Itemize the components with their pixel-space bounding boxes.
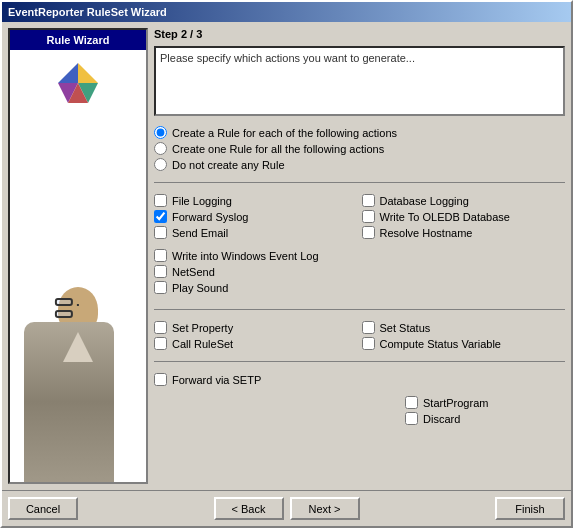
step-label: Step 2 / 3 [154,28,565,40]
cb-play-sound[interactable]: Play Sound [154,281,565,294]
cb-write-eventlog-input[interactable] [154,249,167,262]
cb-forward-setp[interactable]: Forward via SETP [154,373,358,386]
gem-icon [43,58,113,118]
radio-create-one-input[interactable] [154,142,167,155]
cb-call-ruleset-input[interactable] [154,337,167,350]
cb-write-oledb-label: Write To OLEDB Database [380,211,510,223]
cb-netsend-input[interactable] [154,265,167,278]
checkbox-group-single: Write into Windows Event Log NetSend Pla… [154,249,565,294]
right-checkbox-section: StartProgram Discard [154,396,565,425]
bottom-bar: Cancel < Back Next > Finish [2,490,571,526]
radio-create-one-label: Create one Rule for all the following ac… [172,143,384,155]
cb-compute-status-input[interactable] [362,337,375,350]
checkbox-group-2: Set Property Call RuleSet Set Status Com… [154,321,565,350]
svg-marker-1 [58,63,78,83]
cb-discard-input[interactable] [405,412,418,425]
instructions-textarea: Please specify which actions you want to… [154,46,565,116]
next-button[interactable]: Next > [290,497,360,520]
cb-set-property-label: Set Property [172,322,233,334]
cb-write-oledb-input[interactable] [362,210,375,223]
radio-do-not-create-label: Do not create any Rule [172,159,285,171]
cb-call-ruleset[interactable]: Call RuleSet [154,337,358,350]
cb-database-logging[interactable]: Database Logging [362,194,566,207]
cb-resolve-hostname-label: Resolve Hostname [380,227,473,239]
cb-forward-setp-input[interactable] [154,373,167,386]
cb-set-status-input[interactable] [362,321,375,334]
radio-create-each[interactable]: Create a Rule for each of the following … [154,126,565,139]
cb-write-eventlog-label: Write into Windows Event Log [172,250,319,262]
separator-2 [154,309,565,310]
cb-set-property-input[interactable] [154,321,167,334]
checkbox-col-left-1: File Logging Forward Syslog Send Email [154,194,358,239]
cb-write-eventlog[interactable]: Write into Windows Event Log [154,249,565,262]
separator-1 [154,182,565,183]
cb-compute-status[interactable]: Compute Status Variable [362,337,566,350]
cb-discard[interactable]: Discard [405,412,565,425]
radio-group: Create a Rule for each of the following … [154,126,565,171]
radio-do-not-create[interactable]: Do not create any Rule [154,158,565,171]
cb-compute-status-label: Compute Status Variable [380,338,501,350]
left-buttons: Cancel [8,497,78,520]
cb-call-ruleset-label: Call RuleSet [172,338,233,350]
cb-netsend-label: NetSend [172,266,215,278]
wizard-image [10,50,146,482]
radio-create-each-label: Create a Rule for each of the following … [172,127,397,139]
cb-file-logging[interactable]: File Logging [154,194,358,207]
cb-set-status[interactable]: Set Status [362,321,566,334]
separator-3 [154,361,565,362]
cb-database-logging-input[interactable] [362,194,375,207]
cb-play-sound-input[interactable] [154,281,167,294]
title-bar: EventReporter RuleSet Wizard [2,2,571,22]
checkbox-group-3: Forward via SETP [154,373,565,386]
cb-forward-setp-label: Forward via SETP [172,374,261,386]
cb-send-email-input[interactable] [154,226,167,239]
checkbox-group-1: File Logging Forward Syslog Send Email D… [154,194,565,239]
cb-file-logging-input[interactable] [154,194,167,207]
cb-forward-syslog-label: Forward Syslog [172,211,248,223]
cb-resolve-hostname-input[interactable] [362,226,375,239]
window-title: EventReporter RuleSet Wizard [8,6,167,18]
cancel-button[interactable]: Cancel [8,497,78,520]
cb-file-logging-label: File Logging [172,195,232,207]
radio-create-each-input[interactable] [154,126,167,139]
cb-start-program-input[interactable] [405,396,418,409]
cb-set-status-label: Set Status [380,322,431,334]
cb-netsend[interactable]: NetSend [154,265,565,278]
cb-set-property[interactable]: Set Property [154,321,358,334]
cb-start-program[interactable]: StartProgram [405,396,565,409]
window-content: Rule Wizard [2,22,571,490]
finish-button[interactable]: Finish [495,497,565,520]
checkbox-col-right-2: Set Status Compute Status Variable [362,321,566,350]
cb-resolve-hostname[interactable]: Resolve Hostname [362,226,566,239]
right-buttons: Finish [495,497,565,520]
person-image [10,252,146,482]
checkbox-col-left-2: Set Property Call RuleSet [154,321,358,350]
left-panel: Rule Wizard [8,28,148,484]
cb-start-program-label: StartProgram [423,397,488,409]
cb-database-logging-label: Database Logging [380,195,469,207]
radio-do-not-create-input[interactable] [154,158,167,171]
checkbox-col-right-3 [362,373,566,386]
radio-create-one[interactable]: Create one Rule for all the following ac… [154,142,565,155]
right-panel: Step 2 / 3 Please specify which actions … [154,28,565,484]
right-checkboxes: StartProgram Discard [405,396,565,425]
cb-forward-syslog[interactable]: Forward Syslog [154,210,358,223]
back-button[interactable]: < Back [214,497,284,520]
cb-forward-syslog-input[interactable] [154,210,167,223]
cb-send-email[interactable]: Send Email [154,226,358,239]
cb-send-email-label: Send Email [172,227,228,239]
main-window: EventReporter RuleSet Wizard Rule Wizard [0,0,573,528]
checkbox-col-left-3: Forward via SETP [154,373,358,386]
checkbox-col-right-1: Database Logging Write To OLEDB Database… [362,194,566,239]
cb-write-oledb[interactable]: Write To OLEDB Database [362,210,566,223]
cb-discard-label: Discard [423,413,460,425]
cb-play-sound-label: Play Sound [172,282,228,294]
left-panel-title: Rule Wizard [10,30,146,50]
svg-marker-0 [78,63,98,83]
nav-buttons: < Back Next > [214,497,360,520]
